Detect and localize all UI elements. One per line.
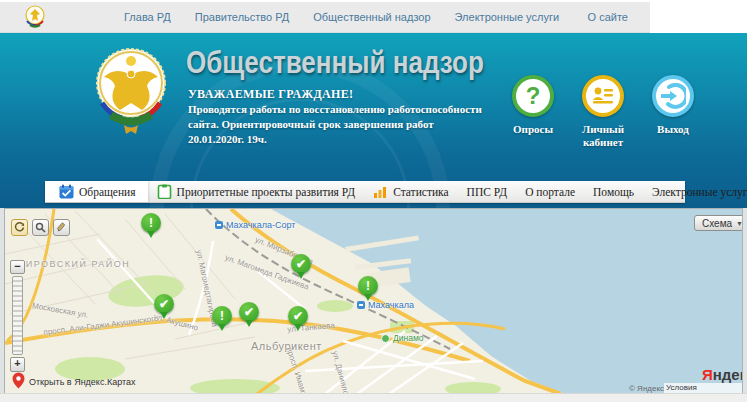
nav-item-pps[interactable]: ППС РД bbox=[458, 181, 517, 202]
map-marker-done[interactable]: ✔ bbox=[154, 294, 174, 314]
exit-button[interactable]: Выход bbox=[638, 75, 708, 148]
nav-item-appeals[interactable]: Обращения bbox=[45, 181, 148, 202]
station-icon bbox=[357, 301, 365, 309]
question-icon: ? bbox=[512, 75, 554, 117]
yandex-pin-icon bbox=[12, 372, 25, 389]
nav-item-priority-projects[interactable]: Приоритетные проекты развития РД bbox=[148, 181, 365, 202]
map-section: − + Открыть в Яндекс.Картах Схема ▼ Янде… bbox=[0, 208, 747, 393]
personal-account-button[interactable]: Личный кабинет bbox=[568, 75, 638, 148]
map-type-dropdown[interactable]: Схема ▼ bbox=[694, 215, 743, 231]
map-marker-alert[interactable]: ! bbox=[358, 276, 378, 296]
map-toolbar bbox=[11, 219, 70, 236]
map-marker-done[interactable]: ✔ bbox=[288, 306, 308, 326]
nav-item-statistics[interactable]: Статистика bbox=[364, 181, 457, 202]
map-copyright: © Яндекс bbox=[629, 384, 664, 393]
zoom-slider[interactable] bbox=[12, 276, 23, 355]
nav-item-eservices[interactable]: Электронные услуги bbox=[643, 181, 747, 202]
map-marker-done[interactable]: ✔ bbox=[239, 302, 259, 322]
top-link-eservices[interactable]: Электронные услуги bbox=[455, 11, 559, 23]
top-bar: Глава РД Правительство РД Общественный н… bbox=[0, 0, 747, 33]
bar-chart-icon bbox=[373, 184, 388, 199]
pan-tool-button[interactable] bbox=[11, 219, 28, 236]
clipboard-icon bbox=[157, 184, 172, 199]
logout-icon bbox=[652, 75, 694, 117]
surveys-button[interactable]: ? Опросы bbox=[498, 75, 568, 148]
page-bottom-strip bbox=[0, 393, 747, 402]
notice-text: Проводятся работы по восстановлению рабо… bbox=[188, 102, 483, 148]
top-bar-inner: Глава РД Правительство РД Общественный н… bbox=[0, 2, 650, 33]
top-link-about[interactable]: О сайте bbox=[588, 11, 628, 23]
top-link-nadzor[interactable]: Общественный надзор bbox=[313, 11, 430, 23]
magnifier-tool-button[interactable] bbox=[32, 219, 49, 236]
station-icon bbox=[215, 221, 223, 229]
section-nav: Обращения Приоритетные проекты развития … bbox=[45, 181, 685, 203]
chevron-down-icon: ▼ bbox=[736, 220, 743, 227]
nav-item-about-portal[interactable]: О портале bbox=[516, 181, 584, 202]
top-link-glava[interactable]: Глава РД bbox=[124, 11, 171, 23]
map-marker-alert[interactable]: ! bbox=[212, 306, 232, 326]
notice-greeting: УВАЖАЕМЫЕ ГРАЖДАНЕ! bbox=[188, 87, 353, 102]
stadium-icon bbox=[381, 334, 390, 343]
zoom-in-button[interactable]: + bbox=[10, 357, 25, 372]
open-in-yandex-maps-link[interactable]: Открыть в Яндекс.Картах bbox=[29, 377, 135, 387]
top-nav: Глава РД Правительство РД Общественный н… bbox=[124, 11, 559, 23]
map-label-station: Махачкала-Сорт bbox=[215, 220, 295, 230]
map-marker-alert[interactable]: ! bbox=[141, 213, 161, 233]
profile-icon bbox=[582, 75, 624, 117]
top-link-government[interactable]: Правительство РД bbox=[195, 11, 289, 23]
zoom-out-button[interactable]: − bbox=[10, 260, 25, 274]
map-label-district: КИРОВСКИЙ РАЙОН bbox=[19, 259, 130, 269]
header-buttons: ? Опросы Личный кабинет bbox=[498, 75, 708, 148]
terms-of-use-link[interactable]: Условия использования bbox=[664, 383, 742, 393]
ruler-tool-button[interactable] bbox=[53, 219, 70, 236]
yandex-logo[interactable]: Яндекс bbox=[702, 366, 743, 383]
map-label-poi: Динамо bbox=[381, 333, 424, 343]
nav-item-help[interactable]: Помощь bbox=[584, 181, 643, 202]
dagestan-emblem-small-icon bbox=[24, 4, 46, 30]
appeals-check-icon bbox=[59, 184, 74, 199]
page-title: Общественный надзор bbox=[186, 45, 484, 81]
map-label-station: Махачкала bbox=[357, 300, 414, 310]
map-marker-done[interactable]: ✔ bbox=[291, 254, 311, 274]
map[interactable]: − + Открыть в Яндекс.Картах Схема ▼ Янде… bbox=[4, 208, 743, 393]
dagestan-coat-of-arms bbox=[94, 45, 168, 137]
